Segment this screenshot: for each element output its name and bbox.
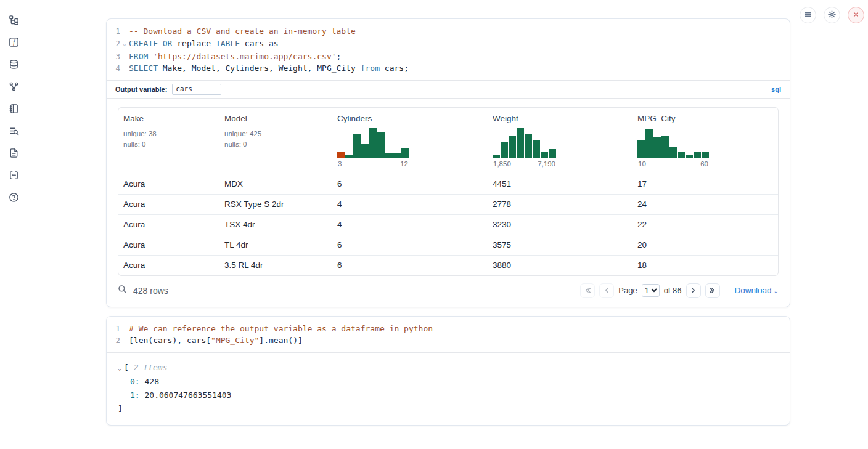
table-row[interactable]: AcuraTSX 4dr4323022 xyxy=(118,214,778,235)
search-icon[interactable] xyxy=(118,285,127,296)
column-label: Weight xyxy=(493,114,628,123)
fold-gutter xyxy=(120,334,129,347)
line-number: 2 xyxy=(107,38,120,51)
histogram-bar[interactable] xyxy=(377,132,385,158)
menu-button[interactable] xyxy=(800,7,816,23)
table-cell: 24 xyxy=(633,195,778,214)
download-button[interactable]: Download ⌄ xyxy=(735,286,779,295)
collapse-caret-icon[interactable]: ⌄ xyxy=(118,365,121,371)
histogram-bar[interactable] xyxy=(661,136,669,158)
fold-caret-icon[interactable]: ⌄ xyxy=(120,38,129,51)
histogram-bar[interactable] xyxy=(337,152,345,158)
code-token: replace xyxy=(172,39,215,48)
tree-root-line: ⌄[ 2 Items xyxy=(107,361,790,375)
code-token: ; xyxy=(337,52,342,61)
code-token: cars as xyxy=(240,39,279,48)
sql-code-editor[interactable]: 1-- Download a CSV and create an in-memo… xyxy=(107,19,790,80)
histogram-bar[interactable] xyxy=(353,134,361,158)
code-line[interactable]: 2⌄CREATE OR replace TABLE cars as xyxy=(107,38,790,51)
histogram-bar[interactable] xyxy=(517,128,524,158)
tree-entry[interactable]: 0: 428 xyxy=(107,375,790,389)
scratchpad-notebook-icon[interactable] xyxy=(6,101,21,116)
chevrons-right-icon xyxy=(708,286,716,294)
data-sources-database-icon[interactable] xyxy=(6,57,21,71)
dependency-graph-icon[interactable] xyxy=(6,79,21,94)
table-cell: 6 xyxy=(332,235,488,255)
variables-function-icon[interactable]: f xyxy=(6,34,21,49)
axis-min-label: 3 xyxy=(338,160,342,168)
histogram-bar[interactable] xyxy=(686,155,693,158)
histogram-bar[interactable] xyxy=(645,129,653,158)
code-line[interactable]: 1-- Download a CSV and create an in-memo… xyxy=(107,25,790,38)
histogram-bar[interactable] xyxy=(541,152,548,158)
code-line[interactable]: 3FROM 'https://datasets.marimo.app/cars.… xyxy=(107,51,790,63)
table-row[interactable]: AcuraMDX6445117 xyxy=(118,174,778,194)
column-label: Cylinders xyxy=(337,114,483,123)
code-line[interactable]: 2[len(cars), cars["MPG_City"].mean()] xyxy=(107,334,790,347)
table-row[interactable]: AcuraTL 4dr6357520 xyxy=(118,235,778,255)
table-cell: 22 xyxy=(633,215,778,235)
python-cell: 1# We can reference the output variable … xyxy=(106,316,790,426)
outline-search-icon[interactable] xyxy=(6,123,21,138)
histogram-bar[interactable] xyxy=(509,136,516,158)
code-text: CREATE OR replace TABLE cars as xyxy=(129,38,279,51)
first-page-button[interactable] xyxy=(580,283,595,298)
code-line[interactable]: 4SELECT Make, Model, Cylinders, Weight, … xyxy=(107,62,790,75)
column-header[interactable]: Cylinders312 xyxy=(332,108,488,174)
histogram-bar[interactable] xyxy=(533,140,540,158)
code-line[interactable]: 1# We can reference the output variable … xyxy=(107,323,790,335)
histogram-bar[interactable] xyxy=(393,153,401,158)
histogram-bar[interactable] xyxy=(345,155,353,158)
histogram-bars xyxy=(337,127,409,158)
table-cell: 4451 xyxy=(488,174,633,194)
column-histogram: 1060 xyxy=(637,127,709,168)
settings-button[interactable] xyxy=(824,7,840,23)
histogram-bar[interactable] xyxy=(369,128,377,158)
row-count: 428 rows xyxy=(133,286,168,296)
tree-entry[interactable]: 1: 20.060747663551403 xyxy=(107,389,790,402)
histogram-bar[interactable] xyxy=(637,140,645,158)
output-variable-input[interactable] xyxy=(172,84,221,95)
svg-text:f: f xyxy=(13,39,15,45)
python-code-editor[interactable]: 1# We can reference the output variable … xyxy=(107,317,790,352)
histogram-bar[interactable] xyxy=(653,137,661,158)
python-output-tree: ⌄[ 2 Items0: 4281: 20.060747663551403] xyxy=(107,352,790,425)
histogram-bar[interactable] xyxy=(549,149,556,158)
histogram-bar[interactable] xyxy=(678,152,685,158)
page-select[interactable]: 1 xyxy=(642,284,660,297)
help-icon[interactable] xyxy=(6,190,21,204)
histogram-bars xyxy=(493,127,556,158)
code-token: cars; xyxy=(380,63,409,73)
chevron-right-icon xyxy=(689,286,697,294)
open-bracket: [ xyxy=(124,363,134,372)
snippets-brackets-icon[interactable] xyxy=(6,168,21,182)
histogram-bar[interactable] xyxy=(401,148,409,158)
histogram-bar[interactable] xyxy=(493,155,500,158)
histogram-bar[interactable] xyxy=(385,153,393,158)
table-row[interactable]: Acura3.5 RL 4dr6388018 xyxy=(118,255,778,275)
documentation-file-icon[interactable] xyxy=(6,145,21,160)
column-header[interactable]: Makeunique: 38nulls: 0 xyxy=(118,108,219,174)
axis-max-label: 60 xyxy=(700,160,708,168)
histogram-bar[interactable] xyxy=(501,142,508,158)
items-count: 2 Items xyxy=(134,363,168,372)
histogram-bar[interactable] xyxy=(525,134,532,158)
histogram-bar[interactable] xyxy=(669,147,677,158)
column-header[interactable]: Weight1,8507,190 xyxy=(488,108,633,174)
histogram-bar[interactable] xyxy=(694,152,701,158)
table-row[interactable]: AcuraRSX Type S 2dr4277824 xyxy=(118,194,778,214)
column-header[interactable]: MPG_City1060 xyxy=(633,108,778,174)
previous-page-button[interactable] xyxy=(599,283,614,298)
file-explorer-icon[interactable] xyxy=(6,12,21,27)
histogram-bar[interactable] xyxy=(361,144,369,158)
next-page-button[interactable] xyxy=(686,283,701,298)
code-text: # We can reference the output variable a… xyxy=(129,323,433,335)
last-page-button[interactable] xyxy=(705,283,720,298)
entry-value: 428 xyxy=(144,377,158,386)
column-header[interactable]: Modelunique: 425nulls: 0 xyxy=(219,108,332,174)
table-cell: Acura xyxy=(118,215,219,235)
page-label: Page xyxy=(618,286,637,295)
histogram-bar[interactable] xyxy=(702,152,709,158)
shutdown-button[interactable] xyxy=(848,7,864,23)
code-token: TABLE xyxy=(216,39,240,48)
